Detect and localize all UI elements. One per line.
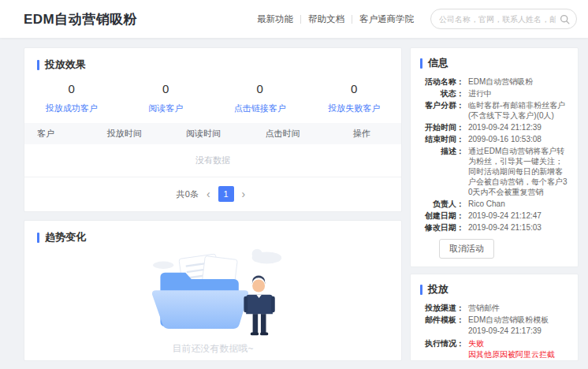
nav-latest-features[interactable]: 最新功能 [250,13,300,25]
row-value: Rico Chan [468,199,568,209]
info-panel: 信息 活动名称： EDM自动营销吸粉 状态： 进行中 客户分群： 临时客群-有邮… [410,47,579,267]
row-label: 状态： [420,88,464,99]
stat-failed: 0 投放失败客户 [307,82,402,114]
row-label: 负责人： [420,199,464,209]
trend-empty-state: 目前还没有数据哦~ [37,244,389,356]
template-date: 2019-09-24 21:17:39 [468,326,568,336]
delivery-row-execution: 执行情况： 失败 因其他原因被阿里云拦截 [420,338,568,360]
row-value: 2019-09-24 21:15:03 [468,222,568,233]
info-row-status: 状态： 进行中 [420,88,568,99]
panel-title-marker [37,233,39,243]
page-title: EDM自动营销吸粉 [24,10,137,28]
row-value: 临时客群-有邮箱非粉丝客户(不含线下导入客户)(0人) [468,100,568,121]
col-click-time: 点击时间 [243,128,322,140]
next-page-button[interactable]: › [238,188,250,199]
page-1-button[interactable]: 1 [218,186,234,202]
info-rows: 活动名称： EDM自动营销吸粉 状态： 进行中 客户分群： 临时客群-有邮箱非粉… [420,76,568,233]
row-label: 活动名称： [420,76,464,87]
row-label: 客户分群： [420,100,464,121]
panel-title-marker [420,58,422,69]
row-value: 通过EDM自动营销将客户转为粉丝，引导其一键关注；同时活动期间每日的新增客户会被… [468,146,568,197]
col-read-time: 阅读时间 [164,128,243,140]
row-value: 2019-09-24 21:12:39 [468,122,568,132]
right-column: 信息 活动名称： EDM自动营销吸粉 状态： 进行中 客户分群： 临时客群-有邮… [410,47,579,361]
row-value: 进行中 [468,88,568,99]
execution-status: 失败 [468,338,568,348]
delivery-panel-title-text: 投放 [428,282,448,296]
info-row-created-date: 创建日期： 2019-09-24 21:12:47 [420,211,568,221]
col-delivery-time: 投放时间 [84,128,163,140]
delivery-panel-title: 投放 [420,282,568,296]
effect-panel: 投放效果 0 投放成功客户 0 阅读客户 0 点击链接客户 [24,47,402,212]
delivery-row-channel: 投放渠道： 营销邮件 [420,303,568,313]
search-icon[interactable] [560,14,570,24]
search-input[interactable] [439,15,556,24]
col-actions: 操作 [322,128,401,140]
cancel-activity-button[interactable]: 取消活动 [439,239,494,259]
row-value: 2099-09-16 10:53:08 [468,134,568,144]
info-row-modified-date: 修改日期： 2019-09-24 21:15:03 [420,222,568,233]
stats-row: 0 投放成功客户 0 阅读客户 0 点击链接客户 0 投放失败客户 [24,72,401,123]
app-root: EDM自动营销吸粉 最新功能 帮助文档 客户通商学院 [0,0,588,369]
row-label: 执行情况： [420,338,464,360]
delivery-panel: 投放 投放渠道： 营销邮件 邮件模板： EDM自动营销吸粉模板 2019-09-… [410,274,579,361]
row-label: 结束时间： [420,134,464,144]
row-value: EDM自动营销吸粉模板 2019-09-24 21:17:39 [468,315,568,337]
row-label: 描述： [420,146,464,197]
row-label: 修改日期： [420,222,464,233]
top-header: EDM自动营销吸粉 最新功能 帮助文档 客户通商学院 [0,0,588,38]
stat-clicked-link[interactable]: 点击链接客户 [234,102,286,114]
info-row-description: 描述： 通过EDM自动营销将客户转为粉丝，引导其一键关注；同时活动期间每日的新增… [420,146,568,197]
effect-table: 客户 投放时间 阅读时间 点击时间 操作 没有数据 [24,123,401,177]
prev-page-button[interactable]: ‹ [203,188,214,199]
stat-read-link[interactable]: 阅读客户 [148,102,183,114]
info-row-customer-group: 客户分群： 临时客群-有邮箱非粉丝客户(不含线下导入客户)(0人) [420,100,568,121]
trend-panel: 趋势变化 [24,220,402,361]
row-value: 营销邮件 [468,303,568,313]
stat-delivered-link[interactable]: 投放成功客户 [46,102,98,114]
stat-value: 0 [119,82,214,95]
row-value: EDM自动营销吸粉 [468,76,568,87]
table-empty-state: 没有数据 [24,144,401,177]
info-row-activity-name: 活动名称： EDM自动营销吸粉 [420,76,568,87]
delivery-row-template: 邮件模板： EDM自动营销吸粉模板 2019-09-24 21:17:39 [420,315,568,337]
main-content: 投放效果 0 投放成功客户 0 阅读客户 0 点击链接客户 [0,38,588,369]
info-panel-title-text: 信息 [428,56,448,70]
template-name: EDM自动营销吸粉模板 [468,315,568,325]
header-nav: 最新功能 帮助文档 客户通商学院 [250,13,421,25]
stat-delivered: 0 投放成功客户 [24,82,119,114]
info-row-start-time: 开始时间： 2019-09-24 21:12:39 [420,122,568,132]
row-label: 开始时间： [420,122,464,132]
left-column: 投放效果 0 投放成功客户 0 阅读客户 0 点击链接客户 [24,47,402,361]
info-row-owner: 负责人： Rico Chan [420,199,568,209]
pagination-total: 共0条 [177,188,199,200]
stat-value: 0 [307,82,402,95]
row-value: 失败 因其他原因被阿里云拦截 [468,338,568,360]
effect-panel-title-text: 投放效果 [45,58,86,72]
stat-clicked: 0 点击链接客户 [213,82,307,114]
panel-title-marker [420,285,422,295]
row-label: 投放渠道： [420,303,464,313]
effect-panel-title: 投放效果 [24,58,401,72]
execution-reason: 因其他原因被阿里云拦截 [468,349,568,360]
stat-value: 0 [213,82,307,95]
row-label: 创建日期： [420,211,464,221]
empty-data-illustration [131,244,295,339]
row-label: 邮件模板： [420,315,464,337]
stat-read: 0 阅读客户 [119,82,214,114]
trend-empty-text: 目前还没有数据哦~ [172,342,253,356]
nav-help-docs[interactable]: 帮助文档 [301,13,352,25]
delivery-rows: 投放渠道： 营销邮件 邮件模板： EDM自动营销吸粉模板 2019-09-24 … [420,303,568,360]
global-search-box[interactable] [430,9,577,29]
row-value: 2019-09-24 21:12:47 [468,211,568,221]
table-header-row: 客户 投放时间 阅读时间 点击时间 操作 [24,123,401,144]
stat-value: 0 [24,82,119,95]
trend-panel-title-text: 趋势变化 [45,230,86,244]
trend-panel-title: 趋势变化 [37,230,389,244]
panel-title-marker [37,60,39,70]
pagination: 共0条 ‹ 1 › [24,186,401,202]
info-row-end-time: 结束时间： 2099-09-16 10:53:08 [420,134,568,144]
col-customer: 客户 [24,128,84,140]
nav-academy[interactable]: 客户通商学院 [352,13,421,25]
stat-failed-link[interactable]: 投放失败客户 [328,102,380,114]
